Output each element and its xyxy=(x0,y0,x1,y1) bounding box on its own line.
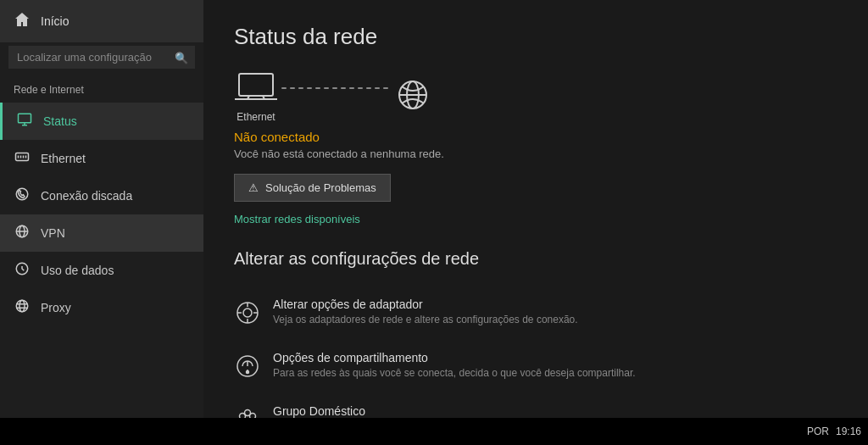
sharing-title: Opções de compartilhamento xyxy=(273,351,636,364)
sidebar-section-title: Rede e Internet xyxy=(0,79,203,103)
diagram-line xyxy=(281,87,388,89)
home-label: Início xyxy=(41,14,69,28)
sidebar-item-status-label: Status xyxy=(43,114,77,128)
settings-item-adapter[interactable]: Alterar opções de adaptador Veja os adap… xyxy=(234,286,837,339)
main-content: Status da rede Ethernet xyxy=(203,0,868,418)
sidebar-item-ethernet-label: Ethernet xyxy=(41,152,86,165)
adapter-desc: Veja os adaptadores de rede e altere as … xyxy=(273,313,578,327)
settings-section-title: Alterar as configurações de rede xyxy=(234,249,837,269)
sidebar-item-discada[interactable]: Conexão discada xyxy=(0,177,203,214)
sharing-icon xyxy=(234,353,261,380)
taskbar: POR 19:16 xyxy=(0,418,868,445)
not-connected-desc: Você não está conectado a nenhuma rede. xyxy=(234,147,837,160)
troubleshoot-button[interactable]: ⚠ Solução de Problemas xyxy=(234,174,391,202)
show-networks-link[interactable]: Mostrar redes disponíveis xyxy=(234,213,360,225)
sharing-text: Opções de compartilhamento Para as redes… xyxy=(273,351,636,381)
svg-rect-0 xyxy=(19,114,31,123)
sidebar-home[interactable]: Início xyxy=(0,0,203,42)
svg-point-14 xyxy=(247,370,249,373)
adapter-title: Alterar opções de adaptador xyxy=(273,298,578,311)
sidebar-item-discada-label: Conexão discada xyxy=(41,189,132,203)
svg-point-12 xyxy=(243,309,252,317)
taskbar-date: POR xyxy=(807,426,829,437)
settings-list: Alterar opções de adaptador Veja os adap… xyxy=(234,286,837,418)
sidebar-item-proxy[interactable]: Proxy xyxy=(0,289,203,326)
globe-diagram-icon xyxy=(392,80,434,114)
sidebar-item-ethernet[interactable]: Ethernet xyxy=(0,140,203,177)
svg-point-6 xyxy=(16,300,28,312)
sidebar: Início 🔍 Rede e Internet Status xyxy=(0,0,203,418)
phone-icon xyxy=(14,186,31,205)
sidebar-item-uso[interactable]: Uso de dados xyxy=(0,252,203,289)
homegroup-title: Grupo Doméstico xyxy=(273,404,714,418)
search-container: 🔍 xyxy=(8,46,195,69)
homegroup-icon xyxy=(234,406,261,418)
settings-item-homegroup[interactable]: Grupo Doméstico Configure um grupo domés… xyxy=(234,392,837,418)
home-icon xyxy=(14,12,31,31)
sidebar-item-vpn[interactable]: VPN xyxy=(0,214,203,252)
svg-rect-8 xyxy=(239,74,273,96)
adapter-text: Alterar opções de adaptador Veja os adap… xyxy=(273,298,578,327)
page-title: Status da rede xyxy=(234,24,837,50)
diagram-label: Ethernet xyxy=(236,111,275,123)
warning-icon: ⚠ xyxy=(248,181,259,194)
vpn-icon xyxy=(14,224,31,242)
homegroup-text: Grupo Doméstico Configure um grupo domés… xyxy=(273,404,714,418)
network-diagram: Ethernet xyxy=(234,70,837,123)
taskbar-time: 19:16 xyxy=(836,426,861,437)
sidebar-item-uso-label: Uso de dados xyxy=(41,264,114,277)
taskbar-right: POR 19:16 xyxy=(807,426,861,437)
adapter-icon xyxy=(234,299,261,326)
troubleshoot-label: Solução de Problemas xyxy=(265,181,376,194)
ethernet-icon xyxy=(14,149,31,168)
sidebar-item-status[interactable]: Status xyxy=(0,103,203,140)
status-icon xyxy=(16,112,33,131)
not-connected-status: Não conectado xyxy=(234,130,837,144)
settings-item-sharing[interactable]: Opções de compartilhamento Para as redes… xyxy=(234,339,837,392)
search-input[interactable] xyxy=(8,46,195,69)
laptop-diagram-icon: Ethernet xyxy=(234,70,278,123)
sidebar-item-vpn-label: VPN xyxy=(41,226,65,240)
sidebar-item-proxy-label: Proxy xyxy=(41,301,71,314)
svg-point-7 xyxy=(19,300,25,312)
sharing-desc: Para as redes às quais você se conecta, … xyxy=(273,366,636,381)
proxy-icon xyxy=(14,298,31,317)
data-icon xyxy=(14,261,31,280)
svg-point-17 xyxy=(245,409,251,415)
search-icon: 🔍 xyxy=(175,51,188,64)
